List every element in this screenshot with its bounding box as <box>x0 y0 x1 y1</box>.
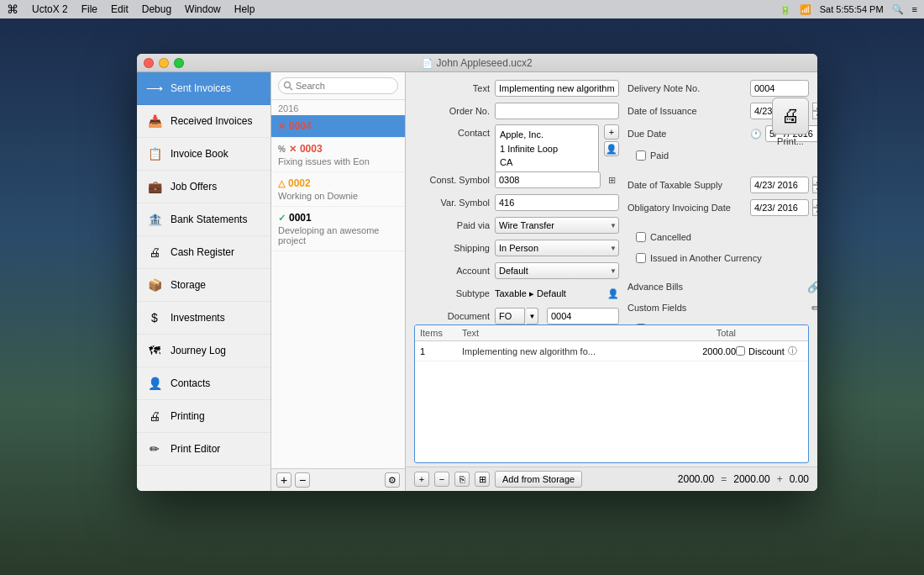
apple-menu[interactable]: ⌘ <box>7 3 18 16</box>
add-from-storage-button[interactable]: Add from Storage <box>495 471 582 488</box>
document-label: Document <box>414 311 490 321</box>
obligatory-input[interactable] <box>750 199 809 216</box>
delivery-note-label: Delivery Note No. <box>627 83 745 93</box>
account-select-wrap: Default Business Personal ▼ <box>495 262 619 279</box>
add-invoice-button[interactable]: + <box>276 472 291 488</box>
document-type-input[interactable] <box>495 308 525 324</box>
remove-invoice-button[interactable]: − <box>295 472 310 488</box>
paid-via-label: Paid via <box>414 220 490 230</box>
date-taxable-label: Date of Taxable Supply <box>627 180 745 190</box>
sidebar-item-bank-statements[interactable]: 🏦 Bank Statements <box>137 203 270 236</box>
search-input[interactable] <box>278 77 398 94</box>
invoice-item-0004[interactable]: ✕ 0004 <box>271 115 405 138</box>
text-input[interactable] <box>495 80 619 97</box>
menu-icon[interactable]: ≡ <box>912 4 917 14</box>
text-col-header: Text <box>462 328 669 338</box>
search-icon[interactable]: 🔍 <box>892 4 904 15</box>
shipping-select[interactable]: In Person Post Courier <box>495 240 619 256</box>
sidebar-item-storage[interactable]: 📦 Storage <box>137 269 270 302</box>
var-symbol-input[interactable] <box>495 194 619 211</box>
sidebar-item-journey-log[interactable]: 🗺 Journey Log <box>137 335 270 367</box>
sidebar-item-print-editor[interactable]: ✏ Print Editor <box>137 433 270 466</box>
contacts-icon: 👤 <box>145 374 164 393</box>
item-actions: Discount ⓘ <box>736 345 803 357</box>
invoice-number-0003: 0003 <box>300 143 323 155</box>
main-window: John Appleseed.ucx2 ⟶ Sent Invoices 📥 Re… <box>137 54 817 491</box>
equals-sign: = <box>721 473 727 485</box>
contact-person-button[interactable]: 👤 <box>604 141 619 156</box>
date-taxable-input[interactable] <box>750 177 809 193</box>
discount-checkbox[interactable] <box>736 346 745 356</box>
paid-checkbox[interactable] <box>636 150 646 161</box>
bank-icon: 🏦 <box>145 210 164 229</box>
app-name[interactable]: UctoX 2 <box>32 3 68 15</box>
sidebar-label-printing: Printing <box>171 410 205 422</box>
another-currency-checkbox[interactable] <box>636 253 646 263</box>
delivery-note-input[interactable] <box>750 80 809 97</box>
item-info-icon[interactable]: ⓘ <box>788 345 797 357</box>
add-item-button[interactable]: + <box>414 472 429 487</box>
advance-bills-icon[interactable]: 🔗 <box>807 281 817 293</box>
sidebar-label-storage: Storage <box>171 279 206 291</box>
remove-item-button[interactable]: − <box>434 472 449 487</box>
table-item-button[interactable]: ⊞ <box>475 472 490 487</box>
sidebar-label-bank-statements: Bank Statements <box>171 214 247 225</box>
sidebar-label-contacts: Contacts <box>171 377 210 389</box>
date-taxable-stepper: ▲ ▼ <box>812 177 817 193</box>
error-icon-0003: ✕ <box>289 144 297 155</box>
obligatory-up[interactable]: ▲ <box>812 199 817 208</box>
obligatory-down[interactable]: ▼ <box>812 208 817 216</box>
sidebar-item-received-invoices[interactable]: 📥 Received Invoices <box>137 105 270 138</box>
invoice-sub-0002: Working on Downie <box>278 191 398 201</box>
order-no-input[interactable] <box>495 103 619 119</box>
document-type-dropdown[interactable]: ▼ <box>527 308 538 324</box>
add-contact-button[interactable]: + <box>604 124 619 140</box>
invoice-item-0002[interactable]: △ 0002 Working on Downie <box>271 172 405 207</box>
cancelled-checkbox[interactable] <box>636 232 646 242</box>
contact-address: 1 Infinite Loop <box>500 142 594 156</box>
invoice-item-0001[interactable]: ✓ 0001 Developing an awesome project <box>271 207 405 251</box>
subtype-person-icon[interactable]: 👤 <box>607 288 619 299</box>
sidebar-item-invoice-book[interactable]: 📋 Invoice Book <box>137 138 270 171</box>
document-number-input[interactable] <box>547 308 619 324</box>
subtype-row: Subtype Taxable ▸ Default 👤 <box>414 284 619 303</box>
sidebar-item-contacts[interactable]: 👤 Contacts <box>137 367 270 400</box>
items-table: Items Text Total 1 Implementing new algo… <box>414 324 809 463</box>
const-symbol-picker-icon[interactable]: ⊞ <box>604 172 619 187</box>
sidebar-item-investments[interactable]: $ Investments <box>137 302 270 335</box>
date-issuance-down[interactable]: ▼ <box>812 111 817 119</box>
custom-fields-icon[interactable]: ✏ <box>811 302 817 314</box>
close-button[interactable] <box>144 58 154 68</box>
print-area[interactable]: 🖨 Print... <box>772 98 809 146</box>
invoice-item-0003[interactable]: % ✕ 0003 Fixing issues with Eon <box>271 138 405 172</box>
maximize-button[interactable] <box>174 58 184 68</box>
minimize-button[interactable] <box>159 58 169 68</box>
paid-label: Paid <box>650 150 669 161</box>
date-issuance-up[interactable]: ▲ <box>812 103 817 111</box>
menu-edit[interactable]: Edit <box>111 3 129 15</box>
paid-via-select[interactable]: Wire Transfer Cash Bank Transfer Credit … <box>495 217 619 234</box>
menu-help[interactable]: Help <box>234 3 255 15</box>
sidebar-label-job-offers: Job Offers <box>171 181 217 193</box>
menu-debug[interactable]: Debug <box>142 3 171 15</box>
sidebar-item-cash-register[interactable]: 🖨 Cash Register <box>137 236 270 269</box>
another-currency-row: Issued in Another Currency <box>627 250 817 266</box>
wifi-icon: 📶 <box>800 4 811 15</box>
sidebar-item-printing[interactable]: 🖨 Printing <box>137 400 270 433</box>
custom-fields-row: Custom Fields ✏ <box>627 299 817 316</box>
menu-window[interactable]: Window <box>185 3 221 15</box>
date-taxable-up[interactable]: ▲ <box>812 177 817 185</box>
menu-file[interactable]: File <box>81 3 97 15</box>
sidebar-item-job-offers[interactable]: 💼 Job Offers <box>137 171 270 203</box>
date-taxable-down[interactable]: ▼ <box>812 185 817 193</box>
copy-item-button[interactable]: ⎘ <box>454 472 470 487</box>
print-button[interactable]: 🖨 <box>772 98 809 135</box>
sidebar-item-sent-invoices[interactable]: ⟶ Sent Invoices <box>137 72 270 105</box>
date-issuance-stepper: ▲ ▼ <box>812 103 817 119</box>
sidebar: ⟶ Sent Invoices 📥 Received Invoices 📋 In… <box>137 72 271 491</box>
subtype-label: Subtype <box>414 288 490 298</box>
invoice-settings-button[interactable]: ⚙ <box>385 472 400 488</box>
const-symbol-input[interactable] <box>495 171 601 188</box>
clock: Sat 5:55:54 PM <box>820 4 884 14</box>
account-select[interactable]: Default Business Personal <box>495 262 619 279</box>
